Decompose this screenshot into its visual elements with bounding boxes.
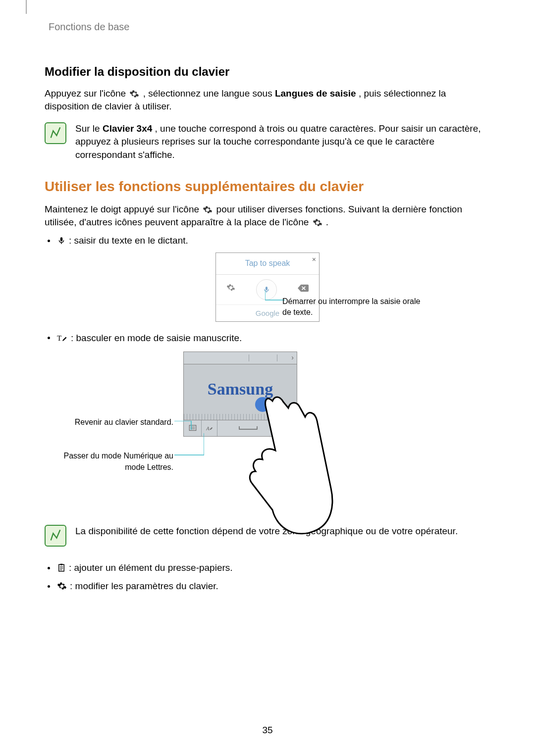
toolbar-separator [249, 354, 249, 361]
bullet-dot [48, 240, 50, 242]
text: , sélectionnez une langue sous [143, 88, 275, 99]
callout-connector [174, 421, 194, 431]
page-number: 35 [0, 724, 535, 737]
handwriting-canvas[interactable]: Samsung [183, 364, 297, 414]
svg-text:T: T [57, 334, 62, 342]
figure-voice-input: Tap to speak × Google Démarrer ou interr… [45, 252, 490, 322]
note-icon [45, 525, 66, 547]
callout-voice-start-stop: Démarrer ou interrompre la saisie orale … [282, 296, 421, 318]
svg-rect-6 [59, 565, 64, 572]
section-keyboard-layout-title: Modifier la disposition du clavier [45, 63, 490, 80]
space-button[interactable] [217, 420, 279, 436]
bullet-settings: : modifier les paramètres du clavier. [45, 580, 490, 593]
touch-point-icon [255, 397, 270, 412]
backspace-icon[interactable] [298, 283, 309, 296]
bullet-text: : basculer en mode de saisie manuscrite. [71, 332, 242, 345]
text: Maintenez le doigt appuyé sur l'icône [45, 204, 202, 214]
bullet-dot [48, 567, 50, 569]
svg-rect-7 [60, 564, 63, 565]
callout-switch-mode: Passer du mode Numérique au mode Lettres… [45, 451, 173, 473]
backspace-button[interactable] [279, 420, 297, 436]
note-icon [45, 122, 66, 144]
bullet-dot [48, 337, 50, 339]
callout-connector [265, 290, 285, 305]
note-box-2: La disponibilité de cette fonction dépen… [45, 525, 490, 547]
section1-paragraph: Appuyez sur l'icône , sélectionnez une l… [45, 87, 490, 113]
callout-return-keyboard: Revenir au clavier standard. [45, 417, 173, 428]
figure-handwriting: › Samsung A [45, 352, 490, 515]
margin-rule [26, 0, 27, 14]
bullet-voice-input: : saisir du texte en le dictant. [45, 234, 490, 248]
text: Appuyez sur l'icône [45, 88, 128, 99]
toolbar-separator [277, 354, 277, 361]
text-bold: Langues de saisie [275, 88, 356, 99]
svg-text:A: A [206, 426, 210, 431]
text: Sur le [75, 123, 103, 134]
section2-paragraph: Maintenez le doigt appuyé sur l'icône po… [45, 203, 490, 229]
page-header: Fonctions de base [49, 20, 490, 34]
chevron-right-icon[interactable]: › [291, 353, 294, 363]
gear-icon[interactable] [226, 283, 235, 296]
close-icon[interactable]: × [312, 255, 316, 265]
gear-icon [57, 581, 67, 591]
note-box-1: Sur le Clavier 3x4 , une touche correspo… [45, 122, 490, 162]
bullet-text: : ajouter un élément du presse-papiers. [69, 561, 233, 575]
text: . [326, 217, 328, 227]
gear-icon [313, 218, 322, 228]
voice-panel-top: Tap to speak × [216, 253, 319, 275]
note-text-1: Sur le Clavier 3x4 , une touche correspo… [75, 122, 490, 162]
handwriting-ruler [183, 414, 297, 420]
section-extra-functions-title: Utiliser les fonctions supplémentaires d… [45, 177, 490, 196]
callout-connector [174, 433, 204, 458]
bullet-handwriting: T : basculer en mode de saisie manuscrit… [45, 332, 490, 345]
microphone-icon [57, 236, 66, 246]
clipboard-icon [57, 563, 66, 573]
handwriting-panel: › Samsung A [183, 352, 297, 437]
bullet-clipboard: : ajouter un élément du presse-papiers. [45, 561, 490, 575]
gear-icon [203, 205, 213, 215]
handwriting-toolbar: › [183, 352, 297, 364]
note-text-2: La disponibilité de cette fonction dépen… [75, 525, 490, 538]
bullet-text: : saisir du texte en le dictant. [69, 234, 188, 248]
tap-to-speak-label: Tap to speak [245, 258, 290, 269]
gear-icon [129, 89, 139, 99]
text-bold: Clavier 3x4 [103, 123, 152, 134]
bullet-dot [48, 585, 50, 588]
handwriting-icon: T [57, 333, 68, 343]
bullet-text: : modifier les paramètres du clavier. [70, 580, 218, 593]
